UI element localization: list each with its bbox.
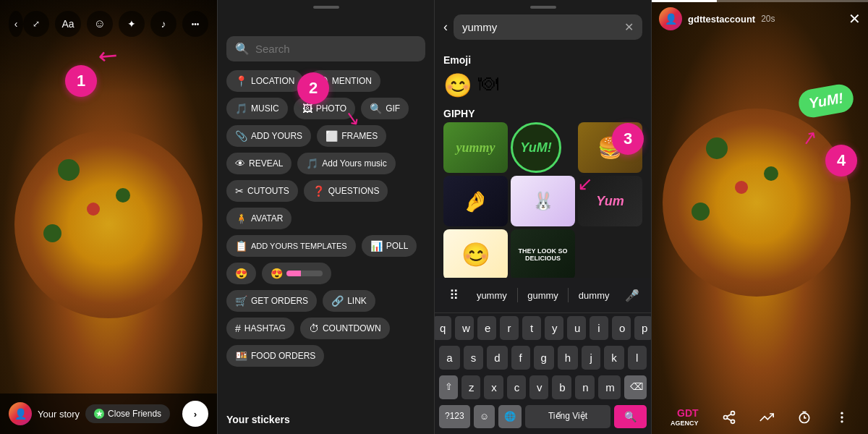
key-d[interactable]: d (487, 346, 507, 370)
story-toolbar: ‹ ⤢ Aa ☺ ✦ ♪ ••• (0, 11, 217, 37)
sticker-chip-addyours[interactable]: 📎 ADD YOURS (226, 125, 311, 147)
trending-icon-button[interactable] (760, 410, 774, 425)
sticker-chip-link[interactable]: 🔗 LINK (323, 290, 375, 312)
key-z[interactable]: z (461, 375, 480, 399)
step-1-label: 1 (77, 72, 85, 90)
sticker-chip-emoji-slider[interactable]: 😍 (262, 263, 331, 284)
key-search[interactable]: 🔍 (614, 405, 647, 428)
mic-icon[interactable]: 🎤 (619, 282, 645, 308)
sticker-chip-hashtag[interactable]: # HASHTAG (226, 318, 294, 339)
search-input[interactable] (462, 21, 624, 33)
sticker-chip-addyourstemplates[interactable]: 📋 ADD YOURS TEMPLATES (226, 235, 356, 257)
drag-handle-3[interactable] (530, 6, 556, 9)
key-numbers[interactable]: ?123 (439, 405, 470, 428)
sticker-chip-music-label: MUSIC (251, 103, 279, 114)
sticker-chip-mention-label: MENTION (332, 76, 372, 86)
next-button[interactable]: › (182, 401, 208, 427)
key-y[interactable]: y (545, 316, 563, 340)
key-space[interactable]: Tiếng Việt (525, 405, 610, 428)
key-i[interactable]: i (590, 316, 608, 340)
giphy-item-yummy[interactable]: yummy (443, 122, 508, 173)
key-a[interactable]: a (439, 346, 459, 370)
key-q[interactable]: q (434, 316, 451, 340)
close-story-button[interactable]: ✕ (848, 10, 861, 27)
emoji-smiley[interactable]: 😊 (443, 72, 472, 99)
suggestion-yummy[interactable]: yummy (468, 287, 516, 304)
key-l[interactable]: l (628, 346, 647, 370)
giphy-item-person[interactable]: 🤌 (443, 176, 508, 226)
share-icon-button[interactable] (722, 410, 736, 425)
topping-2 (116, 188, 130, 203)
key-n[interactable]: n (575, 375, 595, 399)
music-icon: 🎵 (235, 103, 247, 114)
key-x[interactable]: x (484, 375, 503, 399)
sticker-chip-avatar[interactable]: 🧍 AVATAR (226, 208, 292, 229)
hashtag-icon: # (235, 323, 241, 334)
sticker-chip-foodorders-label: FOOD ORDERS (251, 351, 315, 361)
giphy-item-smile[interactable]: 😊 (443, 229, 508, 280)
effects-button[interactable]: ✦ (119, 11, 145, 37)
key-e[interactable]: e (477, 316, 496, 340)
timer-icon-button[interactable] (797, 410, 812, 425)
logo-watermark: GDT AGENCY (671, 407, 699, 428)
key-t[interactable]: t (522, 316, 541, 340)
key-shift[interactable]: ⇧ (439, 375, 458, 399)
key-globe[interactable]: 🌐 (498, 405, 522, 428)
key-u[interactable]: u (567, 316, 586, 340)
search-clear-button[interactable]: ✕ (624, 20, 634, 34)
svg-point-8 (841, 416, 843, 418)
keyboard-grid-icon: ⠿ (441, 282, 467, 308)
key-f[interactable]: f (511, 346, 530, 370)
key-p[interactable]: p (634, 316, 651, 340)
search-input-wrapper: ✕ (454, 14, 642, 40)
time-ago-label: 20s (761, 14, 775, 24)
sticker-search-input[interactable] (255, 43, 417, 55)
key-c[interactable]: c (507, 375, 526, 399)
sticker-chip-cutouts[interactable]: ✂ CUTOUTS (226, 180, 298, 202)
sticker-chip-location[interactable]: 📍 LOCATION (226, 70, 303, 92)
more-options-button[interactable] (835, 410, 849, 425)
key-h[interactable]: h (558, 346, 578, 370)
suggestion-gummy[interactable]: gummy (519, 287, 567, 304)
key-k[interactable]: k (604, 346, 624, 370)
close-friends-button[interactable]: ★ Close Friends (85, 404, 170, 423)
sticker-chip-poll[interactable]: 📊 POLL (362, 235, 417, 257)
cutouts-icon: ✂ (235, 185, 244, 197)
sticker-chip-addyoursmusic[interactable]: 🎵 Add Yours music (297, 153, 395, 174)
key-w[interactable]: w (455, 316, 474, 340)
sticker-chip-gif[interactable]: 🔍 GIF (361, 98, 409, 119)
sticker-chip-reveal[interactable]: 👁 REVEAL (226, 153, 292, 174)
giphy-item-funny[interactable]: THEY LOOK SO DELICIOUS (511, 229, 575, 280)
drag-handle[interactable] (313, 6, 339, 9)
sticker-chip-getorders[interactable]: 🛒 GET ORDERS (226, 290, 317, 312)
text-button[interactable]: Aa (55, 11, 81, 37)
username-label: gdttestaccount (688, 14, 755, 25)
more-button[interactable]: ••• (182, 11, 208, 37)
key-v[interactable]: v (529, 375, 548, 399)
sticker-chip-foodorders[interactable]: 🍱 FOOD ORDERS (226, 345, 324, 367)
sticker-chip-countdown[interactable]: ⏱ COUNTDOWN (300, 318, 390, 339)
giphy-item-cute[interactable]: 🐰 (511, 176, 575, 226)
sticker-chip-music[interactable]: 🎵 MUSIC (226, 98, 288, 119)
key-g[interactable]: g (534, 346, 554, 370)
sticker-chip-emoji-react[interactable]: 😍 (226, 263, 256, 284)
emoji-utensils[interactable]: 🍽 (478, 72, 498, 99)
key-r[interactable]: r (500, 316, 519, 340)
sticker-button[interactable]: ☺ (87, 11, 113, 37)
music-button[interactable]: ♪ (150, 11, 176, 37)
key-backspace[interactable]: ⌫ (624, 375, 647, 399)
key-b[interactable]: b (552, 375, 571, 399)
suggestion-dummy[interactable]: dummy (570, 287, 618, 304)
addyoursmusic-icon: 🎵 (306, 158, 318, 169)
key-o[interactable]: o (612, 316, 631, 340)
key-j[interactable]: j (582, 346, 600, 370)
back-button[interactable]: ‹ (9, 11, 23, 37)
key-s[interactable]: s (464, 346, 484, 370)
key-m[interactable]: m (598, 375, 621, 399)
key-emoji-picker[interactable]: ☺ (474, 405, 495, 428)
sticker-chip-addyours-label: ADD YOURS (251, 131, 302, 141)
sticker-chip-questions[interactable]: ❓ QUESTIONS (304, 180, 388, 202)
giphy-item-yum[interactable]: YuM! (511, 122, 561, 173)
search-back-button[interactable]: ‹ (443, 20, 448, 35)
resize-button[interactable]: ⤢ (23, 11, 49, 37)
